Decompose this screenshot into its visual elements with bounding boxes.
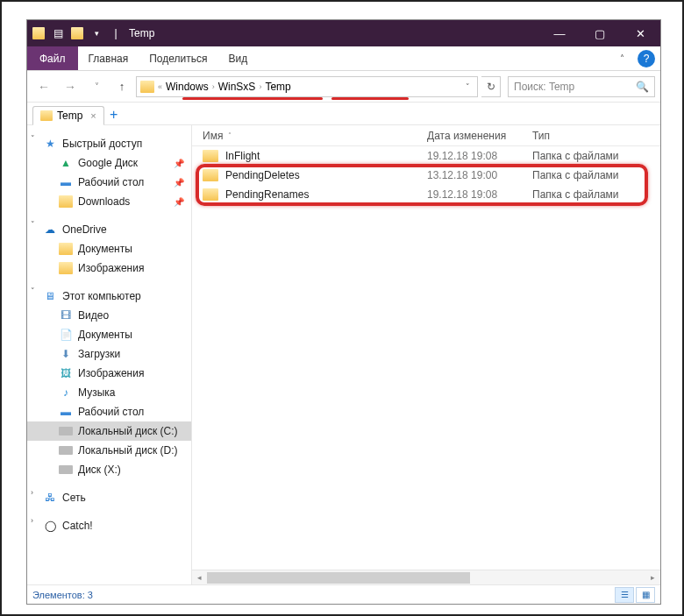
scroll-left-button[interactable]: ◂ bbox=[192, 570, 207, 585]
tree-item-documents[interactable]: 📄Документы bbox=[27, 325, 191, 344]
navigation-pane: ˅ ★Быстрый доступ ▲Google Диск📌 ▬Рабочий… bbox=[27, 125, 192, 584]
qat-newfolder-icon[interactable] bbox=[71, 27, 83, 39]
tree-label: Локальный диск (D:) bbox=[78, 444, 178, 457]
disk-icon bbox=[59, 446, 73, 455]
list-item[interactable]: PendingRenames 19.12.18 19:08 Папка с фа… bbox=[192, 185, 660, 204]
tree-label: Catch! bbox=[62, 520, 93, 532]
chevron-right-icon[interactable]: › bbox=[31, 516, 33, 525]
file-type: Папка с файлами bbox=[532, 169, 619, 181]
tree-item-gdrive[interactable]: ▲Google Диск📌 bbox=[27, 153, 191, 173]
tree-label: Рабочий стол bbox=[78, 176, 144, 188]
tree-item-desktop[interactable]: ▬Рабочий стол📌 bbox=[27, 173, 191, 192]
search-input[interactable]: Поиск: Temp 🔍 bbox=[508, 76, 655, 97]
chevron-down-icon[interactable]: ˅ bbox=[31, 134, 35, 143]
tree-item-video[interactable]: 🎞Видео bbox=[27, 306, 191, 325]
file-type: Папка с файлами bbox=[532, 150, 619, 162]
list-item[interactable]: InFlight 19.12.18 19:08 Папка с файлами bbox=[192, 146, 660, 166]
tree-item-documents[interactable]: Документы bbox=[27, 239, 191, 258]
tab-temp[interactable]: Temp × bbox=[32, 106, 104, 125]
tree-item-disk-c[interactable]: Локальный диск (C:) bbox=[27, 421, 191, 441]
annotation-underline bbox=[331, 97, 409, 100]
scroll-thumb[interactable] bbox=[207, 572, 470, 584]
breadcrumb-overflow[interactable]: « bbox=[158, 82, 162, 91]
app-icon: ◯ bbox=[43, 520, 57, 532]
chevron-down-icon[interactable]: ˅ bbox=[31, 220, 35, 229]
column-date[interactable]: Дата изменения bbox=[427, 130, 532, 142]
tree-quick-access[interactable]: ★Быстрый доступ bbox=[27, 134, 191, 153]
folder-icon bbox=[203, 188, 218, 201]
address-folder-icon bbox=[140, 81, 154, 93]
list-item[interactable]: PendingDeletes 13.12.18 19:00 Папка с фа… bbox=[192, 166, 660, 185]
ribbon-tab-home[interactable]: Главная bbox=[78, 46, 139, 70]
tree-label: Видео bbox=[78, 309, 109, 322]
column-type[interactable]: Тип bbox=[532, 130, 660, 142]
refresh-button[interactable]: ↻ bbox=[481, 76, 501, 97]
breadcrumb-windows[interactable]: Windows› bbox=[166, 81, 215, 93]
help-icon[interactable]: ? bbox=[638, 50, 655, 67]
nav-back-button[interactable]: ← bbox=[32, 75, 55, 98]
video-icon: 🎞 bbox=[59, 309, 73, 322]
tree-item-downloads[interactable]: Downloads📌 bbox=[27, 192, 191, 211]
star-icon: ★ bbox=[43, 138, 57, 150]
pin-icon: 📌 bbox=[174, 197, 184, 207]
tab-close-icon[interactable]: × bbox=[87, 110, 96, 121]
music-icon: ♪ bbox=[59, 386, 73, 399]
file-date: 19.12.18 19:08 bbox=[427, 188, 532, 201]
tree-onedrive[interactable]: ☁OneDrive bbox=[27, 220, 191, 239]
tree-item-disk-d[interactable]: Локальный диск (D:) bbox=[27, 441, 191, 460]
close-button[interactable]: ✕ bbox=[620, 20, 660, 46]
tree-catch[interactable]: ◯Catch! bbox=[27, 516, 191, 535]
explorer-window: ▤ ▾ | Temp — ▢ ✕ Файл Главная Поделиться… bbox=[26, 19, 661, 605]
nav-forward-button[interactable]: → bbox=[59, 75, 82, 98]
ribbon-file-tab[interactable]: Файл bbox=[27, 46, 78, 70]
tree-network[interactable]: 🖧Сеть bbox=[27, 488, 191, 507]
tree-item-pictures[interactable]: 🖼Изображения bbox=[27, 364, 191, 383]
sort-caret-icon: ˄ bbox=[228, 131, 232, 139]
nav-recent-button[interactable]: ˅ bbox=[85, 75, 108, 98]
disk-icon bbox=[59, 427, 73, 435]
address-bar[interactable]: « Windows› WinSxS› Temp ˅ bbox=[136, 76, 478, 97]
tree-this-pc[interactable]: 🖥Этот компьютер bbox=[27, 287, 191, 306]
scroll-right-button[interactable]: ▸ bbox=[645, 570, 660, 585]
column-name[interactable]: Имя˄ bbox=[203, 130, 427, 142]
chevron-down-icon[interactable]: ˅ bbox=[31, 287, 35, 295]
tree-item-music[interactable]: ♪Музыка bbox=[27, 383, 191, 402]
scroll-track[interactable] bbox=[207, 570, 645, 585]
tree-label: Google Диск bbox=[78, 157, 138, 169]
qat-dropdown-icon[interactable]: ▾ bbox=[90, 27, 103, 39]
address-dropdown-icon[interactable]: ˅ bbox=[462, 82, 474, 91]
disk-icon bbox=[59, 465, 73, 474]
qat-properties-icon[interactable]: ▤ bbox=[52, 27, 64, 39]
minimize-button[interactable]: — bbox=[539, 20, 580, 46]
view-details-button[interactable]: ☰ bbox=[615, 587, 634, 603]
folder-icon bbox=[59, 195, 73, 208]
tree-label: Загрузки bbox=[78, 348, 120, 360]
pictures-icon: 🖼 bbox=[59, 367, 73, 379]
ribbon-tab-view[interactable]: Вид bbox=[217, 46, 258, 70]
tree-item-disk-x[interactable]: Диск (X:) bbox=[27, 460, 191, 479]
horizontal-scrollbar[interactable]: ◂ ▸ bbox=[192, 570, 660, 584]
status-bar: Элементов: 3 ☰ ▦ bbox=[27, 584, 660, 604]
chevron-right-icon[interactable]: › bbox=[31, 488, 33, 497]
tree-label: Рабочий стол bbox=[78, 406, 144, 418]
ribbon-bar: Файл Главная Поделиться Вид ˄ ? bbox=[27, 46, 660, 71]
tree-label: OneDrive bbox=[62, 223, 107, 236]
view-icons-button[interactable]: ▦ bbox=[636, 587, 655, 603]
nav-up-button[interactable]: ↑ bbox=[111, 76, 132, 97]
pc-icon: 🖥 bbox=[43, 290, 57, 302]
tab-add-button[interactable]: + bbox=[104, 105, 124, 124]
tree-item-images[interactable]: Изображения bbox=[27, 258, 191, 278]
gdrive-icon: ▲ bbox=[59, 157, 73, 169]
tree-item-downloads[interactable]: ⬇Загрузки bbox=[27, 344, 191, 364]
folder-icon bbox=[203, 150, 218, 162]
ribbon-collapse-icon[interactable]: ˄ bbox=[611, 53, 632, 63]
ribbon-tab-share[interactable]: Поделиться bbox=[139, 46, 217, 70]
desktop-icon: ▬ bbox=[59, 406, 73, 418]
file-list: InFlight 19.12.18 19:08 Папка с файлами … bbox=[192, 146, 660, 570]
maximize-button[interactable]: ▢ bbox=[580, 20, 620, 46]
file-name: PendingRenames bbox=[225, 188, 427, 201]
tree-item-desktop[interactable]: ▬Рабочий стол bbox=[27, 402, 191, 421]
file-name: PendingDeletes bbox=[225, 169, 427, 181]
breadcrumb-temp[interactable]: Temp bbox=[265, 81, 290, 93]
breadcrumb-winsxs[interactable]: WinSxS› bbox=[218, 81, 262, 93]
